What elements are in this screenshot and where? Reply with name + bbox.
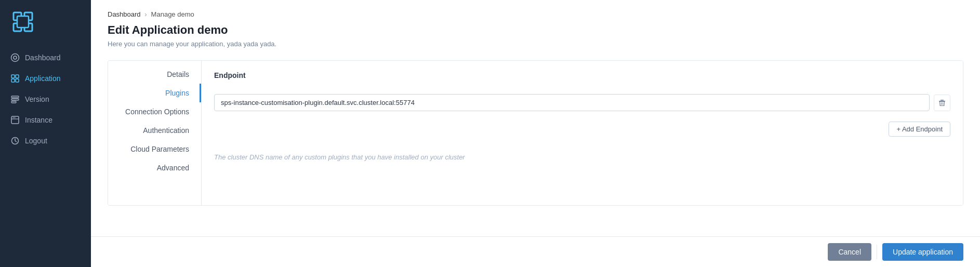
tab-sidebar: Details Plugins Connection Options Authe… [108,61,202,205]
update-application-button[interactable]: Update application [882,243,963,261]
app-logo-icon [10,9,35,34]
tab-connection-options[interactable]: Connection Options [108,102,201,121]
cancel-button[interactable]: Cancel [828,243,871,261]
svg-rect-11 [11,96,19,98]
breadcrumb-separator: › [145,11,147,18]
tab-authentication[interactable]: Authentication [108,121,201,140]
svg-point-5 [11,54,19,62]
svg-rect-13 [11,101,16,103]
tab-plugins[interactable]: Plugins [108,84,201,102]
svg-rect-4 [17,16,29,28]
sidebar-item-dashboard[interactable]: Dashboard [0,48,91,68]
breadcrumb: Dashboard › Manage demo [108,10,963,18]
trash-icon [938,99,946,106]
main-content: Dashboard › Manage demo Edit Application… [91,0,980,267]
svg-rect-7 [11,75,15,78]
tab-cloud-parameters[interactable]: Cloud Parameters [108,140,201,158]
version-icon [10,95,20,104]
add-endpoint-row: + Add Endpoint [214,122,950,137]
page-subtitle: Here you can manage your application, ya… [108,40,963,48]
breadcrumb-current: Manage demo [151,10,194,18]
edit-layout: Details Plugins Connection Options Authe… [108,60,963,206]
svg-rect-20 [941,100,944,101]
dashboard-icon [10,53,20,62]
logout-icon [10,136,20,145]
footer: Cancel Update application [91,236,980,267]
footer-divider [877,245,877,259]
sidebar-item-version[interactable]: Version [0,89,91,109]
svg-rect-8 [16,75,19,78]
instance-icon [10,115,20,125]
sidebar-item-logout[interactable]: Logout [0,131,91,151]
plugins-tab-content: Endpoint + Add Endpoint [202,61,963,205]
endpoint-hint: The cluster DNS name of any custom plugi… [214,153,950,161]
svg-point-6 [14,56,17,59]
tab-details[interactable]: Details [108,65,201,84]
sidebar: Dashboard Application Version [0,0,91,267]
svg-rect-10 [16,79,19,82]
svg-rect-12 [11,99,19,100]
endpoint-row [214,94,950,111]
sidebar-nav: Dashboard Application Version [0,44,91,155]
svg-rect-9 [11,79,15,82]
delete-endpoint-button[interactable] [934,95,950,111]
sidebar-item-instance[interactable]: Instance [0,110,91,130]
svg-point-17 [15,117,16,118]
svg-point-16 [13,117,14,118]
breadcrumb-dashboard[interactable]: Dashboard [108,10,141,18]
page-title: Edit Application demo [108,23,963,37]
endpoint-section-label: Endpoint [214,71,950,79]
application-icon [10,74,20,83]
add-endpoint-button[interactable]: + Add Endpoint [889,122,950,137]
content-area: Dashboard › Manage demo Edit Application… [91,0,980,236]
logo [0,0,91,44]
tab-advanced[interactable]: Advanced [108,158,201,177]
sidebar-item-application[interactable]: Application [0,69,91,88]
endpoint-input[interactable] [214,94,930,111]
